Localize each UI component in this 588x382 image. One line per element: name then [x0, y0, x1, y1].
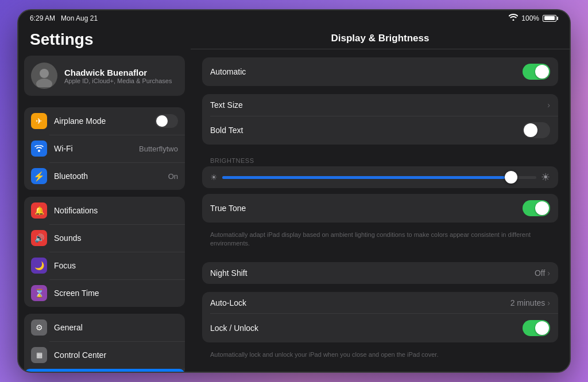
brightness-fill: [222, 176, 505, 179]
sidebar-item-airplane[interactable]: ✈ Airplane Mode: [24, 107, 185, 135]
user-info: Chadwick Buenaflor Apple ID, iCloud+, Me…: [64, 68, 172, 84]
truetone-toggle[interactable]: [523, 200, 550, 216]
brightness-track[interactable]: [222, 176, 536, 179]
focus-icon: 🌙: [31, 258, 47, 274]
sidebar-item-displaybrightness[interactable]: AA Display & Brightness: [24, 369, 185, 372]
user-card[interactable]: Chadwick Buenaflor Apple ID, iCloud+, Me…: [24, 56, 185, 96]
airplane-toggle[interactable]: [155, 114, 178, 128]
sidebar-item-focus[interactable]: 🌙 Focus: [24, 252, 185, 279]
avatar: [31, 63, 57, 89]
truetone-description: Automatically adapt iPad display based o…: [202, 227, 558, 254]
boldtext-label: Bold Text: [210, 126, 523, 135]
sidebar-label-wifi: Wi-Fi: [54, 144, 132, 153]
sidebar-label-notifications: Notifications: [54, 206, 178, 215]
sidebar-group-connectivity: ✈ Airplane Mode Wi-Fi Butterflytwo ⚡ Blu…: [24, 107, 185, 190]
sidebar: Settings Chadwick Buenaflor Apple ID, iC…: [18, 26, 191, 372]
status-bar: 6:29 AM Mon Aug 21 100%: [18, 10, 570, 26]
sidebar-item-screentime[interactable]: ⌛ Screen Time: [24, 279, 185, 307]
status-time: 6:29 AM Mon Aug 21: [30, 14, 98, 22]
user-name: Chadwick Buenaflor: [64, 68, 172, 77]
detail-row-automatic: Automatic: [202, 57, 558, 86]
bluetooth-icon: ⚡: [31, 168, 47, 184]
sun-large-icon: ☀: [541, 171, 550, 184]
detail-group-truetone: True Tone: [202, 194, 558, 223]
automatic-label: Automatic: [210, 67, 523, 76]
detail-group-lock: Auto-Lock 2 minutes › Lock / Unlock: [202, 292, 558, 342]
lockunlock-label: Lock / Unlock: [210, 323, 523, 333]
lockunlock-toggle[interactable]: [523, 320, 550, 336]
detail-section-appearance: Automatic Text Size › Bold Text: [202, 57, 558, 372]
detail-row-textsize[interactable]: Text Size ›: [202, 94, 558, 116]
detail-group-nightshift: Night Shift Off ›: [202, 262, 558, 284]
detail-group-text: Text Size › Bold Text: [202, 94, 558, 145]
brightness-slider-container: ☀ ☀: [202, 166, 558, 188]
lockunlock-description: Automatically lock and unlock your iPad …: [202, 347, 558, 365]
screentime-icon: ⌛: [31, 285, 47, 301]
autolock-value: 2 minutes: [510, 298, 546, 307]
nightshift-chevron: ›: [547, 268, 550, 278]
bluetooth-value: On: [168, 172, 178, 181]
sidebar-item-notifications[interactable]: 🔔 Notifications: [24, 197, 185, 224]
sidebar-label-controlcenter: Control Center: [54, 350, 178, 360]
sidebar-item-wifi[interactable]: Wi-Fi Butterflytwo: [24, 135, 185, 162]
sidebar-item-controlcenter[interactable]: ▦ Control Center: [24, 341, 185, 369]
automatic-toggle[interactable]: [523, 64, 550, 80]
boldtext-toggle[interactable]: [523, 122, 550, 138]
textsize-label: Text Size: [210, 100, 547, 110]
status-icons: 100%: [509, 14, 558, 22]
sidebar-label-screentime: Screen Time: [54, 289, 178, 298]
detail-pane: Display & Brightness Automatic Text Size…: [191, 26, 570, 372]
wifi-icon: [509, 14, 518, 22]
main-content: Settings Chadwick Buenaflor Apple ID, iC…: [18, 26, 570, 372]
nightshift-value: Off: [535, 268, 545, 278]
detail-row-nightshift[interactable]: Night Shift Off ›: [202, 262, 558, 284]
detail-row-truetone: True Tone: [202, 194, 558, 223]
date: Mon Aug 21: [61, 14, 98, 22]
controlcenter-icon: ▦: [31, 347, 47, 363]
brightness-thumb: [505, 171, 517, 184]
brightness-section-label: BRIGHTNESS: [202, 149, 558, 166]
wifi-value: Butterflytwo: [139, 145, 178, 153]
sidebar-group-notifications: 🔔 Notifications 🔊 Sounds 🌙 Focus ⌛ Scree…: [24, 197, 185, 307]
sidebar-label-sounds: Sounds: [54, 233, 178, 243]
battery-percentage: 100%: [521, 14, 539, 22]
sidebar-title: Settings: [24, 26, 185, 56]
sidebar-group-general: ⚙ General ▦ Control Center AA Display & …: [24, 314, 185, 372]
display-section-label: DISPLAY: [202, 365, 558, 372]
svg-point-1: [40, 69, 49, 78]
general-icon: ⚙: [31, 319, 47, 336]
sun-small-icon: ☀: [210, 173, 218, 182]
textsize-chevron: ›: [547, 100, 550, 110]
detail-row-boldtext: Bold Text: [202, 116, 558, 145]
autolock-chevron: ›: [547, 298, 550, 307]
autolock-label: Auto-Lock: [210, 298, 510, 307]
sidebar-item-bluetooth[interactable]: ⚡ Bluetooth On: [24, 162, 185, 190]
sidebar-label-focus: Focus: [54, 261, 178, 270]
sidebar-item-general[interactable]: ⚙ General: [24, 314, 185, 341]
sidebar-item-sounds[interactable]: 🔊 Sounds: [24, 224, 185, 252]
truetone-label: True Tone: [210, 204, 523, 213]
time: 6:29 AM: [30, 14, 55, 22]
sounds-icon: 🔊: [31, 230, 47, 246]
wifi-nav-icon: [31, 141, 47, 157]
detail-title: Display & Brightness: [191, 26, 570, 49]
detail-row-lockunlock: Lock / Unlock: [202, 314, 558, 342]
user-subtitle: Apple ID, iCloud+, Media & Purchases: [64, 77, 172, 84]
ipad-frame: 6:29 AM Mon Aug 21 100% Settings: [18, 10, 570, 372]
notifications-icon: 🔔: [31, 202, 47, 219]
sidebar-label-airplane: Airplane Mode: [54, 116, 148, 126]
detail-row-autolock[interactable]: Auto-Lock 2 minutes ›: [202, 292, 558, 314]
sidebar-label-bluetooth: Bluetooth: [54, 171, 161, 181]
airplane-icon: ✈: [31, 113, 47, 129]
sidebar-label-general: General: [54, 323, 178, 332]
detail-group-automatic: Automatic: [202, 57, 558, 86]
nightshift-label: Night Shift: [210, 268, 535, 278]
battery-icon: [543, 15, 558, 22]
